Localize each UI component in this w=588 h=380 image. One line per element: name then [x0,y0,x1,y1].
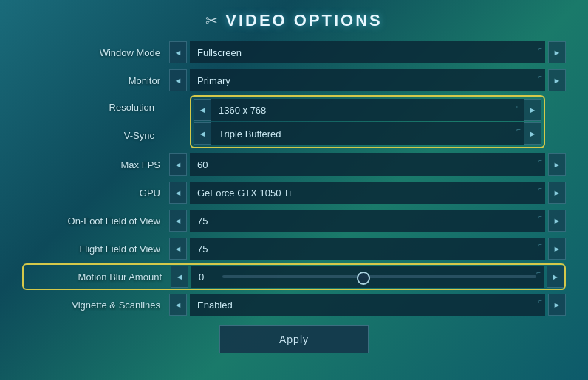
arrow-right-vignette[interactable]: ► [548,294,566,316]
option-row-vignette: Vignette & Scanlines ◄ Enabled ⌐ ► [22,291,566,318]
option-row-window-mode: Window Mode ◄ Fullscreen ⌐ ► [22,39,566,66]
corner-window-mode: ⌐ [538,44,542,52]
value-text-vsync: Triple Buffered [219,128,281,139]
arrow-right-motion-blur[interactable]: ► [547,266,564,288]
label-gpu: GPU [22,187,166,198]
option-row-motion-blur: Motion Blur Amount ◄ 0 ⌐ ► [22,263,566,290]
option-row-resolution-inner: ◄ 1360 x 768 ⌐ ► [194,99,541,121]
page-title: VIDEO OPTIONS [225,11,383,30]
option-row-monitor: Monitor ◄ Primary ⌐ ► [22,67,566,94]
arrow-right-window-mode[interactable]: ► [548,41,566,63]
value-resolution: 1360 x 768 ⌐ [211,99,524,121]
resolution-vsync-group: ◄ 1360 x 768 ⌐ ► ◄ Triple Buffered ⌐ ► [190,95,545,148]
corner-max-fps: ⌐ [538,156,542,165]
arrow-left-flight-fov[interactable]: ◄ [169,238,187,260]
value-text-gpu: GeForce GTX 1050 Ti [197,187,291,198]
value-monitor: Primary ⌐ [190,69,545,91]
value-text-motion-blur: 0 [199,272,213,283]
value-text-foot-fov: 75 [197,215,208,227]
arrow-right-monitor[interactable]: ► [548,69,566,91]
label-max-fps: Max FPS [22,159,166,170]
arrow-left-resolution[interactable]: ◄ [194,99,211,121]
apply-btn-container: Apply [219,325,369,353]
corner-foot-fov: ⌐ [538,213,542,221]
arrow-left-motion-blur[interactable]: ◄ [171,266,188,288]
label-flight-fov: Flight Field of View [22,243,166,255]
value-text-monitor: Primary [197,75,230,86]
corner-monitor: ⌐ [538,72,542,80]
arrow-right-foot-fov[interactable]: ► [548,210,566,232]
arrow-left-monitor[interactable]: ◄ [169,69,187,91]
value-window-mode: Fullscreen ⌐ [190,41,545,63]
arrow-left-vsync[interactable]: ◄ [194,122,211,145]
arrow-left-gpu[interactable]: ◄ [169,182,187,204]
apply-button[interactable]: Apply [219,325,369,353]
value-gpu: GeForce GTX 1050 Ti ⌐ [190,182,545,204]
arrow-left-foot-fov[interactable]: ◄ [169,210,187,232]
slider-motion-blur[interactable]: 0 ⌐ [191,266,544,288]
value-flight-fov: 75 ⌐ [190,238,545,260]
corner-resolution: ⌐ [516,102,521,110]
slider-thumb[interactable] [357,272,370,285]
slider-track[interactable] [222,275,536,278]
value-vignette: Enabled ⌐ [190,294,545,316]
options-container: Window Mode ◄ Fullscreen ⌐ ► Monitor ◄ P… [22,39,566,318]
corner-flight-fov: ⌐ [538,241,542,249]
label-monitor: Monitor [22,75,166,86]
title-area: ✂ VIDEO OPTIONS [205,11,383,30]
label-motion-blur: Motion Blur Amount [24,272,168,283]
value-text-flight-fov: 75 [197,243,208,255]
arrow-right-resolution[interactable]: ► [524,99,541,121]
option-row-flight-fov: Flight Field of View ◄ 75 ⌐ ► [22,235,566,262]
arrow-left-window-mode[interactable]: ◄ [169,41,187,63]
arrow-right-flight-fov[interactable]: ► [548,238,566,260]
value-text-max-fps: 60 [197,159,208,170]
label-window-mode: Window Mode [22,47,166,58]
wrench-icon: ✂ [205,12,218,30]
value-text-window-mode: Fullscreen [197,47,242,58]
option-row-gpu: GPU ◄ GeForce GTX 1050 Ti ⌐ ► [22,179,566,206]
value-text-resolution: 1360 x 768 [219,105,266,116]
label-vignette: Vignette & Scanlines [22,300,166,311]
value-foot-fov: 75 ⌐ [190,210,545,232]
arrow-right-max-fps[interactable]: ► [548,153,566,176]
label-foot-fov: On-Foot Field of View [22,215,166,227]
option-row-foot-fov: On-Foot Field of View ◄ 75 ⌐ ► [22,207,566,234]
arrow-right-vsync[interactable]: ► [524,122,541,145]
arrow-left-vignette[interactable]: ◄ [169,294,187,316]
arrow-left-max-fps[interactable]: ◄ [169,153,187,176]
arrow-right-gpu[interactable]: ► [548,182,566,204]
value-text-vignette: Enabled [197,300,233,311]
option-row-vsync-inner: ◄ Triple Buffered ⌐ ► [194,122,541,145]
corner-vsync: ⌐ [516,125,521,134]
corner-gpu: ⌐ [538,184,542,193]
option-row-max-fps: Max FPS ◄ 60 ⌐ ► [22,151,566,178]
value-vsync: Triple Buffered ⌐ [211,122,524,145]
corner-motion-blur: ⌐ [536,269,541,277]
value-max-fps: 60 ⌐ [190,153,545,176]
corner-vignette: ⌐ [538,297,542,305]
